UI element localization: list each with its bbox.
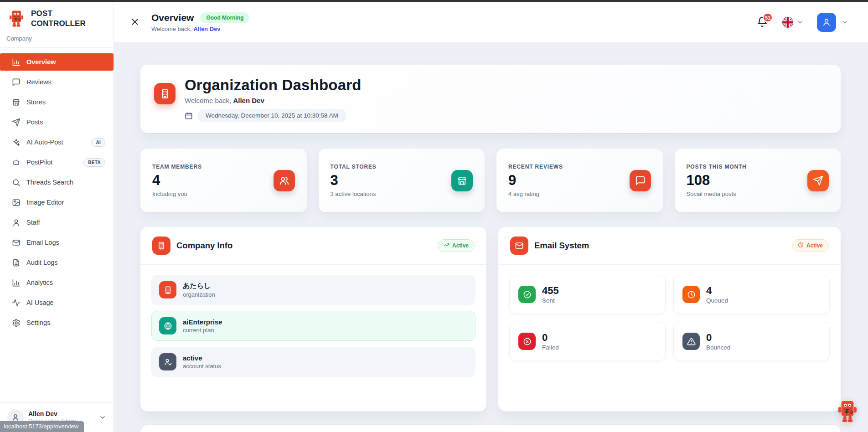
users-icon <box>274 170 295 191</box>
company-info-title: Company Info <box>176 241 232 251</box>
stat-label: TOTAL STORES <box>331 164 377 170</box>
hero-welcome: Welcome back, Allen Dev <box>185 97 362 104</box>
chevron-down-icon <box>842 19 848 26</box>
notification-count-badge: 51 <box>763 13 773 22</box>
search-icon <box>12 178 21 187</box>
row-title: あたらし <box>183 282 215 290</box>
gear-icon <box>12 319 21 327</box>
send-icon <box>807 170 829 191</box>
message-icon <box>12 78 21 87</box>
stat-card-total-stores: TOTAL STORES 3 3 active locations <box>319 149 485 212</box>
email-stat-label: Queued <box>706 297 728 304</box>
building-icon <box>152 237 170 255</box>
email-active-badge: Active <box>792 239 829 252</box>
email-system-title: Email System <box>534 241 589 251</box>
bar-chart-icon <box>12 278 21 287</box>
row-subtitle: account status <box>183 363 221 370</box>
sidebar-item-ai-auto-post[interactable]: AI Auto-Post AI <box>0 134 114 151</box>
hero-card: Organization Dashboard Welcome back, All… <box>140 65 841 133</box>
stat-value: 108 <box>687 173 747 187</box>
stat-subtitle: 3 active locations <box>331 190 377 197</box>
sidebar-item-label: Audit Logs <box>26 259 58 266</box>
sidebar-item-analytics[interactable]: Analytics <box>0 274 114 291</box>
sidebar-item-label: Analytics <box>26 279 53 286</box>
stat-cards: TEAM MEMBERS 4 Including you TOTAL STORE… <box>140 149 841 212</box>
sidebar-item-threads-search[interactable]: Threads Search <box>0 174 114 191</box>
sidebar-item-label: Stores <box>26 98 46 106</box>
sidebar-item-audit-logs[interactable]: Audit Logs <box>0 254 114 271</box>
sidebar-nav: Overview Reviews Stores Posts <box>0 48 114 402</box>
stat-card-posts-this-month: POSTS THIS MONTH 108 Social media posts <box>675 149 841 212</box>
row-title: aiEnterprise <box>183 318 222 326</box>
app-title: POST CONTROLLER <box>31 9 86 29</box>
stat-label: RECENT REVIEWS <box>508 164 563 170</box>
stat-value: 4 <box>152 173 202 187</box>
email-stat-value: 4 <box>706 285 728 296</box>
welcome-text: Welcome back, Allen Dev <box>151 26 249 32</box>
notifications-button[interactable]: 51 <box>756 16 768 28</box>
next-section-card <box>140 425 841 432</box>
email-stat-value: 0 <box>706 332 730 343</box>
sidebar-item-settings[interactable]: Settings <box>0 314 114 331</box>
greeting-badge: Good Morning <box>200 12 249 23</box>
email-stat-sent: 455 Sent <box>509 275 666 314</box>
row-title: active <box>183 354 221 362</box>
stat-label: POSTS THIS MONTH <box>687 164 747 170</box>
chevron-down-icon <box>99 414 106 421</box>
sidebar: POST CONTROLLER Company Overview Reviews <box>0 2 114 432</box>
bell-icon <box>757 22 768 29</box>
sidebar-item-ai-usage[interactable]: AI Usage <box>0 294 114 311</box>
sparkles-icon <box>12 138 21 147</box>
email-stat-label: Sent <box>542 297 559 304</box>
clock-icon <box>682 286 700 303</box>
nav-badge: AI <box>91 138 105 147</box>
welcome-user-link[interactable]: Allen Dev <box>193 26 220 32</box>
bot-icon <box>12 158 21 167</box>
email-stat-value: 455 <box>542 285 559 296</box>
sidebar-item-image-editor[interactable]: Image Editor <box>0 194 114 211</box>
top-header: Overview Good Morning Welcome back, Alle… <box>114 2 868 43</box>
alert-triangle-icon <box>682 333 700 350</box>
calendar-icon <box>185 112 193 120</box>
mascot-assistant-button[interactable] <box>834 398 861 425</box>
user-icon <box>12 218 21 227</box>
sidebar-item-staff[interactable]: Staff <box>0 214 114 231</box>
globe-icon <box>159 317 176 334</box>
main-content: Organization Dashboard Welcome back, All… <box>114 43 868 432</box>
x-circle-icon <box>518 333 536 350</box>
stat-subtitle: 4 avg rating <box>508 190 563 197</box>
nav-badge: BETA <box>83 158 105 167</box>
user-name: Allen Dev <box>28 410 76 418</box>
bar-chart-icon <box>12 58 21 67</box>
account-menu[interactable] <box>817 13 848 32</box>
sidebar-item-label: Email Logs <box>26 239 59 246</box>
row-subtitle: current plan <box>183 327 222 334</box>
sidebar-item-label: Image Editor <box>26 199 64 206</box>
mascot-logo-icon <box>6 9 26 29</box>
account-avatar <box>817 13 836 32</box>
mail-icon <box>12 238 21 247</box>
user-check-icon <box>159 353 176 370</box>
window-top-strip <box>0 0 868 2</box>
app-logo[interactable]: POST CONTROLLER <box>0 2 114 31</box>
company-row-active: active account status <box>151 347 475 377</box>
message-icon <box>630 170 651 191</box>
dashboard-title: Organization Dashboard <box>185 77 362 94</box>
language-selector[interactable] <box>782 16 803 28</box>
status-url: localhost:5173/app/overview <box>0 421 84 432</box>
uk-flag-icon <box>782 16 794 28</box>
sidebar-item-overview[interactable]: Overview <box>0 53 114 71</box>
clock-icon <box>798 242 804 249</box>
company-row-item: あたらし organization <box>151 275 475 305</box>
close-icon[interactable] <box>129 17 140 28</box>
sidebar-item-stores[interactable]: Stores <box>0 93 114 111</box>
activity-icon <box>12 298 21 307</box>
sidebar-item-reviews[interactable]: Reviews <box>0 73 114 91</box>
page-title: Overview <box>151 12 194 23</box>
row-subtitle: organization <box>183 291 215 298</box>
sidebar-item-label: Settings <box>26 319 50 326</box>
sidebar-item-postpilot[interactable]: PostPilot BETA <box>0 154 114 171</box>
sidebar-item-posts[interactable]: Posts <box>0 113 114 131</box>
sidebar-item-email-logs[interactable]: Email Logs <box>0 234 114 251</box>
email-system-card: Email System Active 455 <box>498 227 841 411</box>
